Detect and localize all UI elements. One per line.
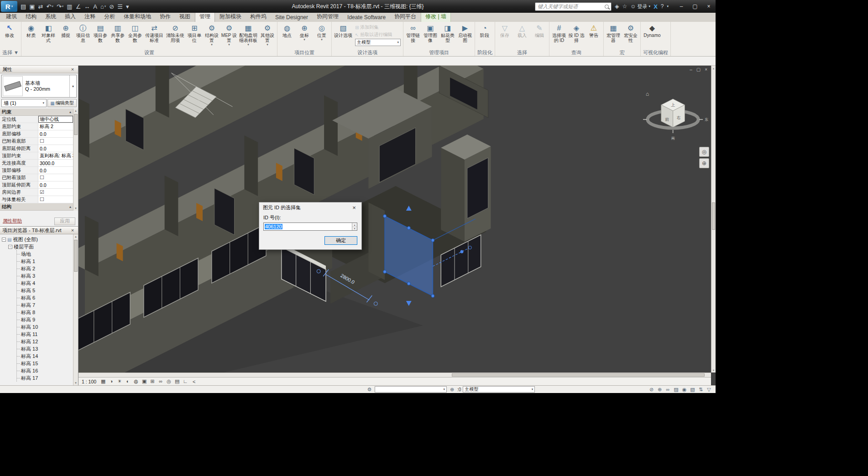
zoom-icon[interactable]: ⊕	[699, 158, 709, 168]
wall-grip[interactable]	[407, 227, 410, 230]
apply-button[interactable]: 应用	[54, 217, 75, 225]
browser-item[interactable]: 标高 5	[17, 287, 73, 294]
wall-grip[interactable]	[383, 270, 387, 274]
face-toggle-icon[interactable]: ▧	[689, 387, 696, 393]
design-option-select[interactable]: 主模型▾	[463, 386, 535, 393]
scrollbar-thumb[interactable]	[74, 240, 78, 272]
restore-button[interactable]: ▢	[688, 0, 702, 13]
dialog-close-icon[interactable]: ×	[347, 202, 361, 212]
structural-settings-button[interactable]: ⚙结构设置▾	[203, 23, 220, 46]
save-icon[interactable]: ▣	[28, 1, 36, 11]
dialog-title-bar[interactable]: 图元 ID 的选择集 ×	[259, 202, 361, 212]
properties-help-link[interactable]: 属性帮助	[3, 218, 22, 224]
tab-component-dock[interactable]: 构件坞	[246, 11, 271, 22]
wall-grip[interactable]	[383, 215, 387, 218]
browser-item[interactable]: 标高 14	[17, 352, 73, 360]
visual-style-icon[interactable]: ◑	[108, 378, 115, 384]
select-by-id-button[interactable]: ◈按 ID 选择	[568, 23, 585, 43]
macro-security-button[interactable]: ⚙宏安全性	[622, 23, 639, 43]
additional-settings-button[interactable]: ⚙其他设置▾	[259, 23, 276, 46]
property-row[interactable]: 已附着顶部☐	[0, 174, 73, 181]
editing-requests-icon[interactable]: ⊕	[449, 387, 455, 393]
scroll-down-icon[interactable]: ▾	[75, 381, 77, 385]
underlay-toggle-icon[interactable]: ▨	[673, 387, 680, 393]
browser-item[interactable]: 标高 13	[17, 345, 73, 352]
redo-icon[interactable]: ↷▾	[55, 1, 65, 11]
coordinates-button[interactable]: ⊕坐标▾	[296, 23, 313, 41]
manage-images-button[interactable]: ▣管理图像	[422, 23, 439, 43]
modify-button[interactable]: ↖ 修改	[1, 23, 18, 38]
scrollbar-thumb[interactable]	[74, 114, 78, 135]
pinned-toggle-icon[interactable]: ◉	[681, 387, 688, 393]
spin-up-icon[interactable]: ▴	[352, 223, 357, 227]
tab-structure[interactable]: 结构	[21, 11, 41, 22]
scroll-down-icon[interactable]: ▾	[713, 368, 714, 372]
add-to-set-button[interactable]: ⊞添加到集	[355, 24, 401, 31]
shadows-icon[interactable]: ◐	[124, 378, 131, 384]
scroll-up-icon[interactable]: ▴	[713, 67, 714, 70]
browser-item[interactable]: 标高 9	[17, 316, 73, 323]
application-menu-button[interactable]: R▾	[1, 1, 17, 12]
wall-grip[interactable]	[407, 282, 410, 285]
edit-type-button[interactable]: ▦编辑类型	[47, 99, 77, 107]
id-input[interactable]: 406120 ▴ ▾	[263, 222, 357, 231]
scroll-up-icon[interactable]: ▴	[75, 235, 77, 238]
temp-view-icon[interactable]: ▤	[173, 378, 181, 384]
print-icon[interactable]: ▥	[65, 1, 73, 11]
property-row[interactable]: 顶部约束直到标高: 标高 3	[0, 152, 73, 160]
project-parameters-button[interactable]: ▤项目参数	[92, 23, 109, 43]
tab-analyze[interactable]: 分析	[100, 11, 119, 22]
load-selection-button[interactable]: △载入	[513, 23, 531, 38]
viewcube-top-face[interactable]: 上	[671, 103, 675, 107]
browser-root-views[interactable]: − ▤ 视图 (全部)	[2, 236, 73, 243]
phases-button[interactable]: ◔阶段	[476, 23, 493, 38]
project-information-button[interactable]: ⓘ项目信息	[74, 23, 92, 43]
property-row[interactable]: 底部延伸距离0.0	[0, 145, 73, 152]
sun-path-icon[interactable]: ☀	[116, 378, 123, 384]
browser-item[interactable]: 标高 17	[17, 374, 73, 382]
steering-wheel-icon[interactable]: ◎	[699, 147, 709, 157]
render-dialog-icon[interactable]: ◍	[132, 378, 140, 384]
global-parameters-button[interactable]: ◫全局参数	[126, 23, 144, 43]
mep-settings-button[interactable]: ⚙MEP 设置▾	[220, 23, 238, 46]
sync-icon[interactable]: ⇄	[37, 1, 45, 11]
exclude-options-icon[interactable]: ⊘	[648, 387, 655, 393]
tab-collaboration-manage[interactable]: 协同管理	[313, 11, 343, 22]
tab-collaborate[interactable]: 协作	[156, 11, 175, 22]
tree-collapse-icon[interactable]: −	[8, 245, 12, 249]
project-browser-header[interactable]: 项目浏览器 - T8-标准层.rvt ×	[0, 227, 78, 234]
ids-of-selection-button[interactable]: #选择项 的 ID	[550, 23, 568, 43]
property-row[interactable]: 顶部偏移0.0	[0, 167, 73, 174]
view3d-icon[interactable]: ⌂▾	[99, 1, 107, 11]
collapse-viewbar-icon[interactable]: <	[190, 379, 198, 384]
macro-manager-button[interactable]: ▦宏管理器	[605, 23, 622, 43]
property-row[interactable]: 底部约束标高 2	[0, 123, 73, 130]
sign-in-button[interactable]: ☺登录▾	[630, 3, 650, 10]
browser-item[interactable]: 标高 7	[17, 301, 73, 309]
transfer-project-standards-button[interactable]: ⇄传递项目标准	[144, 23, 165, 43]
property-row[interactable]: 定位线墙中心线	[0, 116, 73, 123]
caret-icon[interactable]: ▾	[125, 1, 131, 11]
section-icon[interactable]: ⊘	[108, 1, 115, 11]
wall-grip[interactable]	[431, 239, 434, 242]
wall-grip[interactable]	[460, 250, 463, 254]
constraints-icon[interactable]: ∟	[182, 378, 189, 384]
minimize-button[interactable]: –	[675, 0, 688, 13]
property-group-constraints[interactable]: 约束▴	[0, 109, 73, 116]
show-crop-icon[interactable]: ⊞	[149, 378, 156, 384]
browser-item[interactable]: 标高 6	[17, 294, 73, 301]
help-icon[interactable]: ?	[661, 3, 664, 10]
browser-item[interactable]: 标高 12	[17, 338, 73, 345]
property-row[interactable]: 顶部延伸距离0.0	[0, 181, 73, 189]
tab-massing-site[interactable]: 体量和场地	[120, 11, 155, 22]
tree-collapse-icon[interactable]: −	[2, 238, 6, 242]
type-selector[interactable]: 基本墙 Q - 200mm ▾	[1, 75, 77, 98]
pick-to-edit-button[interactable]: ↖拾取以进行编辑	[355, 31, 401, 38]
view-minimize-icon[interactable]: –	[690, 67, 692, 72]
text-icon[interactable]: A	[92, 1, 99, 11]
property-row[interactable]: 与体量相关☐	[0, 196, 73, 203]
press-drag-icon[interactable]: ⊕	[656, 387, 663, 393]
decal-types-button[interactable]: ◨贴花类型	[439, 23, 456, 43]
favorites-icon[interactable]: ☆	[622, 3, 627, 10]
undo-icon[interactable]: ↶▾	[45, 1, 55, 11]
